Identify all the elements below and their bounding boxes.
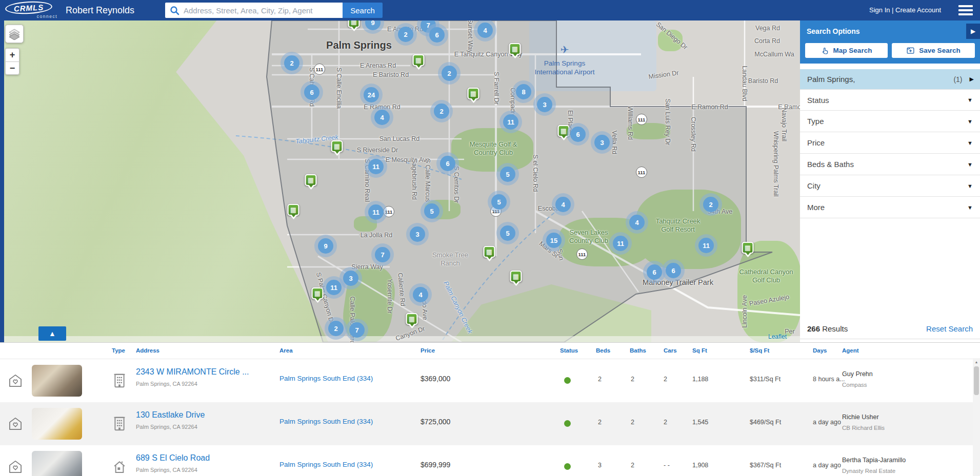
listing-marker[interactable]: ▦ [288, 204, 299, 216]
filter-row-more[interactable]: More▼ [800, 197, 980, 218]
cluster-marker[interactable]: 5 [500, 167, 515, 182]
cluster-marker[interactable]: 6 [440, 156, 455, 171]
reset-search-link[interactable]: Reset Search [926, 324, 973, 333]
column-header[interactable]: Cars [664, 347, 677, 354]
cluster-marker[interactable]: 2 [434, 104, 449, 119]
column-header[interactable]: Baths [630, 347, 646, 354]
search-button[interactable]: Search [343, 3, 383, 18]
cluster-marker[interactable]: 6 [647, 264, 662, 280]
listing-marker[interactable]: ▦ [510, 271, 522, 282]
listing-marker[interactable]: ▦ [509, 43, 521, 55]
cluster-marker[interactable]: 11 [698, 238, 714, 253]
zoom-in-button[interactable]: + [5, 48, 19, 61]
cluster-marker[interactable]: 7 [349, 322, 365, 338]
area-link[interactable]: Palm Springs South End (334) [279, 418, 373, 425]
cluster-marker[interactable]: 2 [442, 66, 457, 81]
cluster-marker[interactable]: 3 [343, 271, 358, 286]
filter-row-status[interactable]: Status▼ [800, 89, 980, 111]
property-photo[interactable] [32, 408, 82, 440]
cluster-marker[interactable]: 11 [326, 280, 342, 295]
listing-marker[interactable]: ▦ [742, 242, 754, 254]
favorite-home-icon[interactable] [8, 460, 23, 474]
cluster-marker[interactable]: 4 [629, 215, 645, 230]
filter-row-type[interactable]: Type▼ [800, 111, 980, 132]
cluster-marker[interactable]: 4 [555, 197, 571, 212]
cluster-marker[interactable]: 6 [666, 263, 681, 278]
listing-marker[interactable]: ▦ [558, 125, 570, 137]
cluster-marker[interactable]: 3 [594, 135, 610, 150]
listing-marker[interactable]: ▦ [413, 54, 425, 66]
column-header[interactable]: Beds [596, 347, 610, 354]
listing-marker[interactable]: ▦ [406, 313, 418, 325]
layers-control[interactable] [5, 25, 24, 43]
column-header[interactable]: Agent [842, 347, 859, 354]
auth-links[interactable]: Sign In | Create Account [869, 0, 941, 20]
listing-marker[interactable]: ▦ [312, 287, 324, 299]
column-header[interactable]: Type [112, 347, 125, 354]
cluster-marker[interactable]: 8 [516, 84, 531, 99]
filter-row-city[interactable]: City▼ [800, 175, 980, 197]
cluster-marker[interactable]: 7 [375, 247, 390, 262]
favorite-home-icon[interactable] [8, 417, 23, 431]
cluster-marker[interactable]: 5 [424, 203, 439, 219]
listing-marker[interactable]: ▦ [468, 88, 479, 99]
cluster-marker[interactable]: 11 [613, 236, 628, 251]
area-link[interactable]: Palm Springs South End (334) [279, 461, 373, 468]
cluster-marker[interactable]: 5 [491, 194, 507, 210]
table-row[interactable]: 689 S El Cielo Road Palm Springs, CA 922… [0, 445, 973, 476]
column-header[interactable]: Sq Ft [692, 347, 707, 354]
table-row[interactable]: 130 Eastlake Drive Palm Springs, CA 9226… [0, 402, 973, 445]
address-link[interactable]: 130 Eastlake Drive [136, 410, 205, 420]
cluster-marker[interactable]: 15 [546, 233, 562, 248]
column-header[interactable]: Area [279, 347, 293, 354]
cluster-marker[interactable]: 11 [368, 159, 384, 174]
cluster-marker[interactable]: 5 [500, 225, 515, 241]
listing-marker[interactable]: ▦ [348, 20, 360, 28]
cluster-marker[interactable]: 2 [328, 321, 344, 336]
table-scrollbar[interactable]: ▲ [973, 358, 980, 476]
cluster-marker[interactable]: 6 [429, 27, 445, 43]
cluster-marker[interactable]: 6 [570, 127, 586, 142]
column-header[interactable]: Status [560, 347, 578, 354]
filter-row-beds-baths[interactable]: Beds & Baths▼ [800, 154, 980, 175]
active-filter-row[interactable]: Palm Springs, (1) ▶ [800, 69, 980, 89]
save-search-button[interactable]: Save Search [892, 43, 975, 58]
column-header[interactable]: Address [136, 347, 159, 354]
crmls-logo[interactable]: CRMLS connect [5, 2, 58, 19]
cluster-marker[interactable]: 2 [398, 27, 413, 42]
map-search-button[interactable]: Map Search [805, 43, 888, 58]
search-input[interactable] [184, 3, 337, 18]
cluster-marker[interactable]: 9 [318, 238, 333, 254]
cluster-marker[interactable]: 4 [374, 110, 390, 125]
cluster-marker[interactable]: 3 [410, 226, 425, 242]
property-photo[interactable] [32, 365, 82, 397]
listing-marker[interactable]: ▦ [484, 246, 495, 258]
cluster-marker[interactable]: 3 [537, 97, 552, 112]
cluster-marker[interactable]: 4 [413, 287, 428, 302]
address-link[interactable]: 689 S El Cielo Road [136, 453, 210, 463]
zoom-out-button[interactable]: − [5, 61, 19, 75]
menu-icon[interactable] [958, 5, 973, 15]
scroll-up-arrow[interactable]: ▲ [973, 358, 980, 365]
favorite-home-icon[interactable] [8, 374, 23, 388]
expand-list-button[interactable]: ▲ [38, 326, 66, 341]
area-link[interactable]: Palm Springs South End (334) [279, 375, 373, 382]
scroll-thumb[interactable] [974, 366, 979, 395]
table-row[interactable]: 2343 W MIRAMONTE Circle ... Palm Springs… [0, 359, 973, 402]
filter-row-price[interactable]: Price▼ [800, 132, 980, 154]
cluster-marker[interactable]: 11 [503, 114, 518, 130]
cluster-marker[interactable]: 2 [703, 197, 718, 212]
address-link[interactable]: 2343 W MIRAMONTE Circle ... [136, 367, 249, 377]
collapse-panel-button[interactable]: ▶ [966, 24, 980, 39]
column-header[interactable]: $/Sq Ft [750, 347, 769, 354]
column-header[interactable]: Days [813, 347, 827, 354]
leaflet-attribution[interactable]: Leaflet [768, 333, 787, 340]
cluster-marker[interactable]: 2 [284, 55, 299, 71]
listing-marker[interactable]: ▦ [305, 174, 317, 186]
property-photo[interactable] [32, 451, 82, 476]
listing-marker[interactable]: ▦ [331, 140, 343, 152]
cluster-marker[interactable]: 24 [364, 87, 379, 102]
column-header[interactable]: Price [421, 347, 435, 354]
cluster-marker[interactable]: 11 [368, 204, 384, 220]
map[interactable]: Palm Springs ✈ Palm Springs Internationa… [0, 20, 800, 342]
